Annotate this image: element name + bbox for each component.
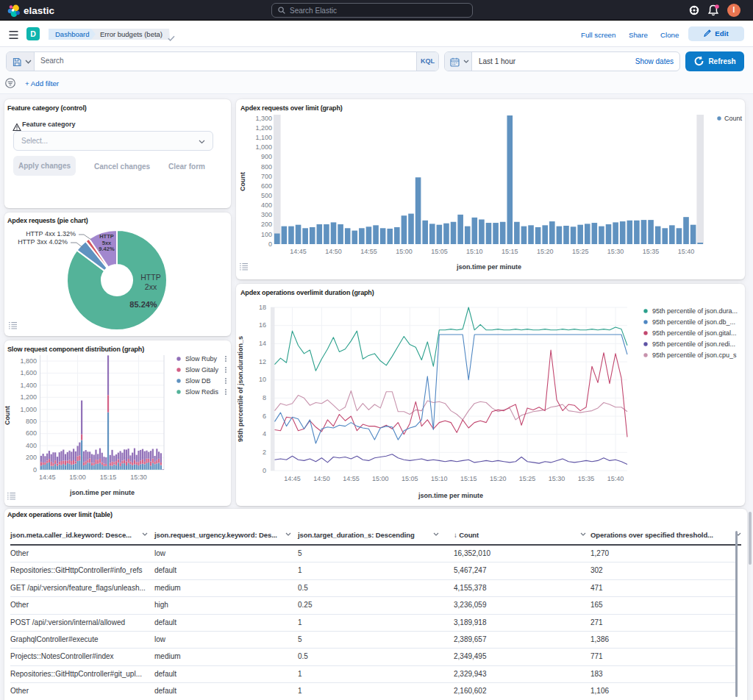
- svg-text:15:40: 15:40: [607, 475, 624, 482]
- svg-text:200: 200: [261, 221, 272, 228]
- svg-text:1,000: 1,000: [255, 143, 272, 151]
- svg-text:900: 900: [261, 153, 272, 160]
- svg-text:15:25: 15:25: [572, 248, 589, 255]
- svg-text:Count: Count: [239, 172, 246, 191]
- svg-text:15:00: 15:00: [372, 475, 389, 482]
- svg-text:15:30: 15:30: [549, 475, 565, 482]
- svg-text:16: 16: [259, 321, 266, 329]
- svg-text:12: 12: [259, 358, 266, 365]
- svg-text:95th percentile of json.db_...: 95th percentile of json.db_...: [652, 318, 735, 326]
- svg-text:800: 800: [26, 418, 37, 425]
- svg-text:100: 100: [261, 231, 272, 238]
- svg-text:14: 14: [259, 340, 266, 347]
- svg-text:Slow Redis: Slow Redis: [185, 388, 219, 396]
- svg-text:15:00: 15:00: [69, 474, 86, 481]
- svg-text:15:15: 15:15: [100, 474, 117, 481]
- svg-text:4: 4: [263, 430, 266, 438]
- svg-text:85.24%: 85.24%: [129, 300, 157, 309]
- svg-text:15:05: 15:05: [431, 248, 448, 255]
- svg-text:15:30: 15:30: [607, 248, 624, 255]
- svg-text:95th percentile of json.dura..: 95th percentile of json.dura...: [652, 307, 738, 315]
- svg-text:95th percentile of json.redi..: 95th percentile of json.redi...: [652, 340, 735, 348]
- svg-text:Slow Ruby: Slow Ruby: [185, 355, 218, 362]
- svg-text:json.time per minute: json.time per minute: [418, 492, 483, 499]
- svg-text:15:35: 15:35: [643, 248, 660, 255]
- svg-text:15:15: 15:15: [460, 475, 477, 482]
- svg-text:0: 0: [263, 467, 266, 474]
- svg-text:HTTP: HTTP: [99, 233, 114, 240]
- svg-text:700: 700: [261, 173, 272, 180]
- svg-text:2: 2: [263, 449, 266, 456]
- svg-text:HTTP 4xx 1.32%: HTTP 4xx 1.32%: [26, 230, 76, 238]
- svg-text:15:00: 15:00: [396, 248, 413, 255]
- svg-text:Slow DB: Slow DB: [185, 377, 211, 385]
- svg-text:95th percentile of json.cpu_s: 95th percentile of json.cpu_s: [652, 351, 737, 359]
- svg-text:1,300: 1,300: [255, 115, 272, 122]
- svg-text:95th percentile of json.gital.: 95th percentile of json.gital...: [652, 329, 737, 337]
- svg-text:400: 400: [261, 201, 272, 209]
- svg-text:1,200: 1,200: [20, 393, 37, 401]
- svg-text:14:55: 14:55: [360, 248, 377, 255]
- svg-text:95th percentile of json.durati: 95th percentile of json.duration_s: [237, 336, 244, 442]
- svg-text:HTTP 3xx 4.02%: HTTP 3xx 4.02%: [18, 238, 68, 246]
- svg-text:15:25: 15:25: [519, 475, 536, 482]
- svg-text:15:20: 15:20: [490, 475, 507, 482]
- svg-text:1,200: 1,200: [255, 124, 272, 132]
- svg-text:300: 300: [261, 211, 272, 218]
- svg-text:14:50: 14:50: [325, 248, 342, 255]
- svg-text:14:50: 14:50: [313, 475, 330, 482]
- svg-text:8: 8: [263, 394, 266, 401]
- svg-text:400: 400: [26, 442, 37, 449]
- svg-text:600: 600: [26, 429, 37, 437]
- svg-text:0: 0: [268, 240, 272, 248]
- svg-text:15:20: 15:20: [537, 248, 554, 255]
- svg-text:json.time per minute: json.time per minute: [456, 263, 521, 271]
- svg-text:18: 18: [259, 304, 266, 311]
- svg-text:1,400: 1,400: [20, 382, 37, 389]
- svg-text:1,000: 1,000: [20, 406, 37, 413]
- svg-text:6: 6: [263, 413, 266, 420]
- svg-text:600: 600: [261, 182, 272, 190]
- svg-text:HTTP: HTTP: [140, 273, 160, 282]
- svg-text:14:45: 14:45: [284, 475, 301, 482]
- svg-text:15:10: 15:10: [466, 248, 483, 255]
- svg-text:14:55: 14:55: [343, 475, 360, 482]
- svg-text:1,800: 1,800: [20, 357, 37, 365]
- svg-text:15:35: 15:35: [578, 475, 595, 482]
- svg-text:0: 0: [33, 466, 37, 474]
- svg-text:200: 200: [26, 454, 37, 461]
- svg-text:15:05: 15:05: [402, 475, 418, 482]
- svg-text:1,100: 1,100: [255, 134, 272, 141]
- svg-text:1,600: 1,600: [20, 369, 37, 376]
- svg-text:10: 10: [259, 376, 266, 383]
- svg-text:15:40: 15:40: [678, 248, 695, 255]
- svg-text:Count: Count: [4, 406, 11, 425]
- svg-text:800: 800: [261, 163, 272, 171]
- svg-text:14:45: 14:45: [290, 248, 307, 255]
- svg-text:15:15: 15:15: [502, 248, 518, 255]
- svg-text:15:10: 15:10: [431, 475, 448, 482]
- svg-text:json.time per minute: json.time per minute: [69, 489, 135, 496]
- svg-text:Count: Count: [724, 115, 743, 122]
- svg-text:15:30: 15:30: [130, 474, 147, 481]
- svg-text:9.42%: 9.42%: [99, 246, 115, 252]
- svg-text:14:45: 14:45: [39, 474, 56, 481]
- svg-text:500: 500: [261, 192, 272, 199]
- svg-text:2xx: 2xx: [145, 282, 157, 291]
- svg-text:Slow Gitaly: Slow Gitaly: [185, 366, 219, 374]
